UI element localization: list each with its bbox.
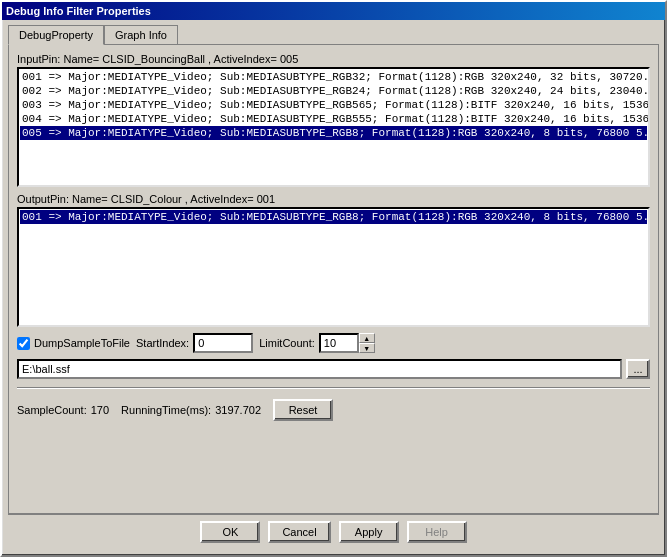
sample-count-value: 170 bbox=[91, 404, 109, 416]
output-pin-section: OutputPin: Name= CLSID_Colour , ActiveIn… bbox=[17, 193, 650, 327]
apply-button[interactable]: Apply bbox=[339, 521, 399, 543]
spinner-down-button[interactable]: ▼ bbox=[359, 343, 375, 353]
tab-debug-property[interactable]: DebugProperty bbox=[8, 25, 104, 45]
ok-button[interactable]: OK bbox=[200, 521, 260, 543]
spinner-up-button[interactable]: ▲ bbox=[359, 333, 375, 343]
start-index-label: StartIndex: bbox=[136, 337, 189, 349]
input-pin-listbox[interactable]: 001 => Major:MEDIATYPE_Video; Sub:MEDIAS… bbox=[17, 67, 650, 187]
title-bar-text: Debug Info Filter Properties bbox=[6, 5, 151, 17]
spinner-buttons: ▲ ▼ bbox=[359, 333, 375, 353]
sample-count-label: SampleCount: bbox=[17, 404, 87, 416]
main-window: Debug Info Filter Properties DebugProper… bbox=[0, 0, 667, 557]
path-row: ... bbox=[17, 359, 650, 379]
tab-content: InputPin: Name= CLSID_BouncingBall , Act… bbox=[8, 44, 659, 514]
dump-sample-checkbox[interactable] bbox=[17, 337, 30, 350]
title-bar: Debug Info Filter Properties bbox=[2, 2, 665, 20]
start-index-input[interactable] bbox=[193, 333, 253, 353]
running-time-label: RunningTime(ms): bbox=[121, 404, 211, 416]
list-item[interactable]: 002 => Major:MEDIATYPE_Video; Sub:MEDIAS… bbox=[20, 84, 647, 98]
sample-count-item: SampleCount: 170 bbox=[17, 404, 109, 416]
list-item[interactable]: 004 => Major:MEDIATYPE_Video; Sub:MEDIAS… bbox=[20, 112, 647, 126]
dump-sample-label[interactable]: DumpSampleToFile bbox=[17, 337, 130, 350]
help-button[interactable]: Help bbox=[407, 521, 467, 543]
limit-count-input[interactable] bbox=[319, 333, 359, 353]
tab-graph-info[interactable]: Graph Info bbox=[104, 25, 178, 45]
running-time-value: 3197.702 bbox=[215, 404, 261, 416]
output-pin-label: OutputPin: Name= CLSID_Colour , ActiveIn… bbox=[17, 193, 650, 205]
browse-button[interactable]: ... bbox=[626, 359, 650, 379]
running-time-item: RunningTime(ms): 3197.702 bbox=[121, 404, 261, 416]
status-row: SampleCount: 170 RunningTime(ms): 3197.7… bbox=[17, 399, 650, 421]
cancel-button[interactable]: Cancel bbox=[268, 521, 330, 543]
input-pin-label: InputPin: Name= CLSID_BouncingBall , Act… bbox=[17, 53, 650, 65]
output-pin-listbox[interactable]: 001 => Major:MEDIATYPE_Video; Sub:MEDIAS… bbox=[17, 207, 650, 327]
window-content: DebugProperty Graph Info InputPin: Name=… bbox=[2, 20, 665, 555]
limit-count-group: LimitCount: ▲ ▼ bbox=[259, 333, 375, 353]
limit-count-spinner: ▲ ▼ bbox=[319, 333, 375, 353]
start-index-group: StartIndex: bbox=[136, 333, 253, 353]
window-title: Debug Info Filter Properties bbox=[6, 5, 151, 17]
tab-bar: DebugProperty Graph Info bbox=[8, 24, 659, 44]
reset-button[interactable]: Reset bbox=[273, 399, 333, 421]
dump-sample-row: DumpSampleToFile StartIndex: LimitCount:… bbox=[17, 333, 650, 353]
limit-count-label: LimitCount: bbox=[259, 337, 315, 349]
separator bbox=[17, 387, 650, 389]
path-input[interactable] bbox=[17, 359, 622, 379]
dump-sample-text: DumpSampleToFile bbox=[34, 337, 130, 349]
bottom-bar: OK Cancel Apply Help bbox=[8, 514, 659, 549]
list-item[interactable]: 005 => Major:MEDIATYPE_Video; Sub:MEDIAS… bbox=[20, 126, 647, 140]
list-item[interactable]: 001 => Major:MEDIATYPE_Video; Sub:MEDIAS… bbox=[20, 70, 647, 84]
list-item[interactable]: 001 => Major:MEDIATYPE_Video; Sub:MEDIAS… bbox=[20, 210, 647, 224]
input-pin-section: InputPin: Name= CLSID_BouncingBall , Act… bbox=[17, 53, 650, 187]
list-item[interactable]: 003 => Major:MEDIATYPE_Video; Sub:MEDIAS… bbox=[20, 98, 647, 112]
